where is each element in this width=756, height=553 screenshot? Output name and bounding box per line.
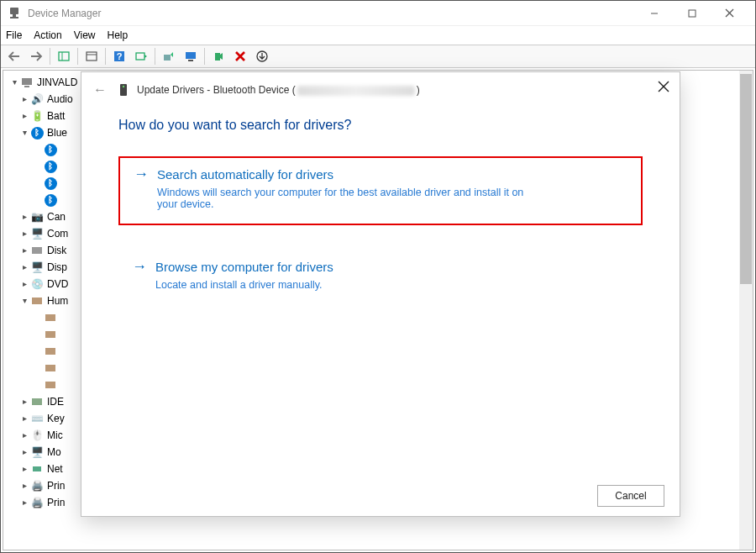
chevron-right-icon: ▸	[18, 276, 30, 292]
svg-rect-7	[59, 52, 69, 61]
bluetooth-icon: ᛒ	[30, 126, 44, 140]
monitor-icon: 🖥️	[30, 227, 44, 240]
network-icon	[30, 462, 44, 476]
svg-text:?: ?	[117, 51, 123, 61]
chevron-right-icon: ▸	[18, 410, 30, 427]
tree-item-label: Hum	[47, 292, 68, 309]
scan-hardware-button[interactable]	[131, 47, 151, 66]
cancel-button[interactable]: Cancel	[597, 485, 664, 507]
chevron-right-icon: ▸	[18, 477, 30, 494]
option-title-label: Search automatically for drivers	[157, 167, 333, 182]
bluetooth-icon: ᛒ	[44, 193, 57, 207]
arrow-right-icon: →	[134, 166, 149, 182]
update-drivers-dialog: ← Update Drivers - Bluetooth Device () H…	[81, 71, 680, 517]
mouse-icon: 🖱️	[30, 429, 44, 442]
chevron-right-icon: ▸	[18, 259, 30, 276]
battery-icon: 🔋	[30, 109, 44, 123]
monitor-button[interactable]	[181, 47, 201, 66]
ide-icon	[30, 395, 44, 408]
option-browse[interactable]: → Browse my computer for drivers Locate …	[118, 250, 643, 304]
chevron-right-icon: ▸	[18, 444, 30, 461]
printer-icon: 🖨️	[30, 479, 44, 492]
chevron-right-icon: ▸	[18, 225, 30, 242]
display-icon: 🖥️	[30, 261, 44, 274]
tree-item-label: Mic	[47, 427, 63, 444]
disk-icon	[30, 244, 44, 257]
menu-help[interactable]: Help	[108, 29, 129, 41]
tree-item-label: DVD	[47, 276, 68, 292]
hid-icon	[44, 378, 57, 392]
blurred-text	[297, 86, 415, 96]
back-button[interactable]	[4, 47, 24, 66]
maximize-button[interactable]	[673, 2, 711, 25]
chevron-right-icon: ▸	[18, 393, 30, 410]
tree-item-label: Disp	[47, 259, 67, 276]
chevron-right-icon: ▸	[18, 242, 30, 259]
down-button[interactable]	[252, 47, 272, 66]
chevron-right-icon: ▸	[18, 494, 30, 511]
help-button[interactable]: ?	[109, 47, 129, 66]
tree-item-label: Can	[47, 208, 66, 225]
close-button[interactable]	[711, 2, 748, 25]
option-desc: Locate and install a driver manually.	[155, 279, 542, 291]
dvd-icon: 💿	[30, 277, 44, 291]
svg-rect-14	[164, 55, 171, 61]
tree-item-label: Blue	[47, 124, 67, 141]
svg-rect-28	[45, 365, 55, 371]
option-title-label: Browse my computer for drivers	[155, 260, 333, 274]
svg-rect-17	[215, 53, 220, 61]
device-icon	[117, 83, 130, 97]
chevron-right-icon: ▸	[18, 108, 30, 124]
menu-view[interactable]: View	[74, 29, 96, 41]
svg-rect-1	[13, 14, 16, 17]
hid-icon	[44, 311, 57, 324]
app-icon	[8, 7, 21, 20]
chevron-down-icon: ▾	[18, 292, 30, 309]
chevron-right-icon: ▸	[18, 461, 30, 477]
chevron-down-icon: ▾	[8, 74, 20, 91]
svg-rect-25	[45, 314, 55, 321]
svg-rect-31	[33, 466, 41, 471]
tree-root-label: JINVALD	[37, 74, 77, 91]
svg-rect-23	[32, 247, 42, 254]
keyboard-icon: ⌨️	[30, 412, 44, 425]
dialog-heading: How do you want to search for drivers?	[118, 118, 643, 133]
menu-action[interactable]: Action	[34, 29, 61, 41]
tree-item-label: IDE	[47, 393, 64, 410]
minimize-button[interactable]	[635, 2, 673, 25]
update-driver-button[interactable]	[159, 47, 179, 66]
window-title: Device Manager	[28, 8, 101, 19]
svg-rect-13	[136, 53, 144, 60]
tree-item-label: Com	[47, 225, 68, 242]
close-icon[interactable]	[658, 81, 669, 96]
tree-item-label: Mo	[47, 444, 61, 461]
tree-item-label: Audio	[47, 91, 73, 108]
chevron-right-icon: ▸	[18, 208, 30, 225]
camera-icon: 📷	[30, 210, 44, 224]
tree-item-label: Net	[47, 461, 63, 477]
hid-icon	[30, 294, 44, 308]
back-arrow-icon[interactable]: ←	[93, 82, 108, 97]
dialog-title: Update Drivers - Bluetooth Device ()	[137, 84, 420, 96]
svg-rect-26	[45, 331, 55, 338]
titlebar: Device Manager	[1, 1, 755, 26]
option-desc: Windows will search your computer for th…	[157, 187, 543, 210]
svg-rect-30	[32, 398, 42, 405]
option-search-auto[interactable]: → Search automatically for drivers Windo…	[118, 156, 643, 225]
scrollbar[interactable]	[739, 71, 753, 550]
bluetooth-icon: ᛒ	[44, 176, 57, 190]
enable-device-button[interactable]	[208, 47, 228, 66]
svg-rect-24	[32, 298, 42, 304]
uninstall-button[interactable]	[230, 47, 250, 66]
svg-rect-0	[10, 8, 18, 14]
hid-icon	[44, 345, 57, 358]
toolbar: ?	[1, 45, 755, 68]
computer-icon	[20, 76, 34, 89]
hid-icon	[44, 361, 57, 375]
properties-button[interactable]	[81, 47, 102, 66]
forward-button[interactable]	[26, 47, 46, 66]
tree-item-label: Prin	[47, 477, 65, 494]
menu-file[interactable]: File	[6, 29, 22, 41]
svg-rect-29	[45, 382, 55, 388]
show-hidden-button[interactable]	[54, 47, 74, 66]
